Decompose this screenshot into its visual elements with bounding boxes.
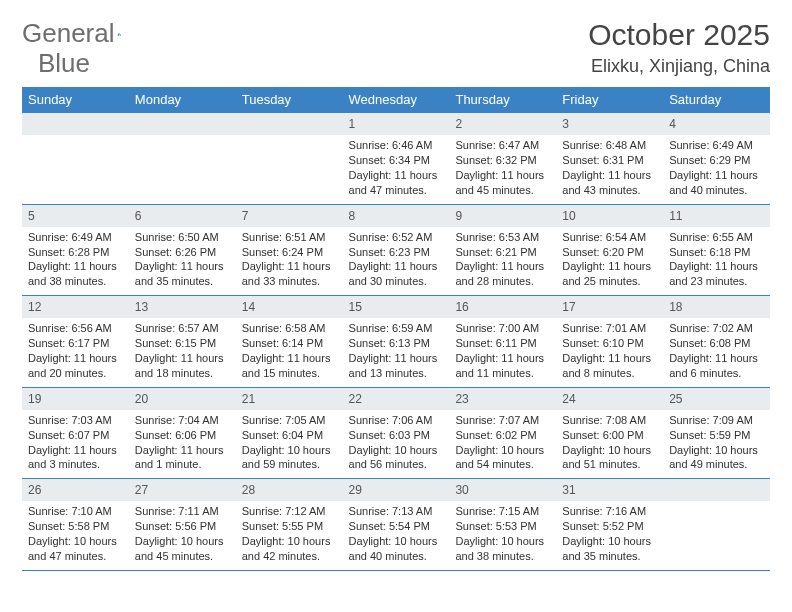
day-cell: 6Sunrise: 6:50 AMSunset: 6:26 PMDaylight… <box>129 205 236 296</box>
day-number: 2 <box>449 113 556 135</box>
day-number: 31 <box>556 479 663 501</box>
day-number: 14 <box>236 296 343 318</box>
daylight-text: Daylight: 11 hours and 28 minutes. <box>455 259 550 289</box>
sunrise-text: Sunrise: 6:49 AM <box>669 138 764 153</box>
weekday-thu: Thursday <box>449 87 556 112</box>
day-number <box>22 113 129 135</box>
daylight-text: Daylight: 10 hours and 42 minutes. <box>242 534 337 564</box>
sunset-text: Sunset: 6:03 PM <box>349 428 444 443</box>
sunset-text: Sunset: 6:04 PM <box>242 428 337 443</box>
day-cell: 7Sunrise: 6:51 AMSunset: 6:24 PMDaylight… <box>236 205 343 296</box>
sunset-text: Sunset: 5:53 PM <box>455 519 550 534</box>
sunset-text: Sunset: 6:06 PM <box>135 428 230 443</box>
logo: General <box>22 18 145 49</box>
day-cell: 8Sunrise: 6:52 AMSunset: 6:23 PMDaylight… <box>343 205 450 296</box>
daylight-text: Daylight: 11 hours and 45 minutes. <box>455 168 550 198</box>
day-body: Sunrise: 6:46 AMSunset: 6:34 PMDaylight:… <box>343 135 450 203</box>
sunrise-text: Sunrise: 7:09 AM <box>669 413 764 428</box>
sunset-text: Sunset: 6:14 PM <box>242 336 337 351</box>
sunrise-text: Sunrise: 7:12 AM <box>242 504 337 519</box>
day-body: Sunrise: 7:10 AMSunset: 5:58 PMDaylight:… <box>22 501 129 569</box>
daylight-text: Daylight: 11 hours and 8 minutes. <box>562 351 657 381</box>
day-body <box>236 135 343 144</box>
sunrise-text: Sunrise: 7:05 AM <box>242 413 337 428</box>
day-cell: 31Sunrise: 7:16 AMSunset: 5:52 PMDayligh… <box>556 479 663 570</box>
daylight-text: Daylight: 10 hours and 40 minutes. <box>349 534 444 564</box>
week-row: 12Sunrise: 6:56 AMSunset: 6:17 PMDayligh… <box>22 295 770 387</box>
day-body: Sunrise: 6:49 AMSunset: 6:29 PMDaylight:… <box>663 135 770 203</box>
sunrise-text: Sunrise: 6:48 AM <box>562 138 657 153</box>
day-cell: 27Sunrise: 7:11 AMSunset: 5:56 PMDayligh… <box>129 479 236 570</box>
week-row: 1Sunrise: 6:46 AMSunset: 6:34 PMDaylight… <box>22 112 770 204</box>
day-cell <box>22 113 129 204</box>
sunrise-text: Sunrise: 7:04 AM <box>135 413 230 428</box>
day-cell: 29Sunrise: 7:13 AMSunset: 5:54 PMDayligh… <box>343 479 450 570</box>
day-cell: 28Sunrise: 7:12 AMSunset: 5:55 PMDayligh… <box>236 479 343 570</box>
daylight-text: Daylight: 11 hours and 38 minutes. <box>28 259 123 289</box>
day-cell: 12Sunrise: 6:56 AMSunset: 6:17 PMDayligh… <box>22 296 129 387</box>
sunrise-text: Sunrise: 7:02 AM <box>669 321 764 336</box>
sunrise-text: Sunrise: 7:11 AM <box>135 504 230 519</box>
sunset-text: Sunset: 6:02 PM <box>455 428 550 443</box>
calendar: Sunday Monday Tuesday Wednesday Thursday… <box>22 87 770 571</box>
sunrise-text: Sunrise: 7:07 AM <box>455 413 550 428</box>
sunrise-text: Sunrise: 6:57 AM <box>135 321 230 336</box>
day-number: 6 <box>129 205 236 227</box>
week-row: 19Sunrise: 7:03 AMSunset: 6:07 PMDayligh… <box>22 387 770 479</box>
day-cell: 1Sunrise: 6:46 AMSunset: 6:34 PMDaylight… <box>343 113 450 204</box>
daylight-text: Daylight: 10 hours and 56 minutes. <box>349 443 444 473</box>
sunrise-text: Sunrise: 6:49 AM <box>28 230 123 245</box>
day-cell: 2Sunrise: 6:47 AMSunset: 6:32 PMDaylight… <box>449 113 556 204</box>
sunset-text: Sunset: 6:28 PM <box>28 245 123 260</box>
day-body: Sunrise: 7:16 AMSunset: 5:52 PMDaylight:… <box>556 501 663 569</box>
sunset-text: Sunset: 6:17 PM <box>28 336 123 351</box>
sunset-text: Sunset: 5:54 PM <box>349 519 444 534</box>
weekday-sat: Saturday <box>663 87 770 112</box>
day-number <box>236 113 343 135</box>
sunrise-text: Sunrise: 6:50 AM <box>135 230 230 245</box>
day-number: 16 <box>449 296 556 318</box>
sunrise-text: Sunrise: 6:46 AM <box>349 138 444 153</box>
day-body <box>22 135 129 144</box>
day-cell: 20Sunrise: 7:04 AMSunset: 6:06 PMDayligh… <box>129 388 236 479</box>
weekday-sun: Sunday <box>22 87 129 112</box>
day-number: 23 <box>449 388 556 410</box>
day-cell: 16Sunrise: 7:00 AMSunset: 6:11 PMDayligh… <box>449 296 556 387</box>
day-body: Sunrise: 7:02 AMSunset: 6:08 PMDaylight:… <box>663 318 770 386</box>
daylight-text: Daylight: 10 hours and 38 minutes. <box>455 534 550 564</box>
daylight-text: Daylight: 10 hours and 47 minutes. <box>28 534 123 564</box>
day-cell: 3Sunrise: 6:48 AMSunset: 6:31 PMDaylight… <box>556 113 663 204</box>
day-body <box>129 135 236 144</box>
day-number: 20 <box>129 388 236 410</box>
day-number: 26 <box>22 479 129 501</box>
svg-marker-1 <box>119 33 121 35</box>
day-cell: 10Sunrise: 6:54 AMSunset: 6:20 PMDayligh… <box>556 205 663 296</box>
sunrise-text: Sunrise: 6:51 AM <box>242 230 337 245</box>
sunrise-text: Sunrise: 6:59 AM <box>349 321 444 336</box>
sunrise-text: Sunrise: 6:47 AM <box>455 138 550 153</box>
sunrise-text: Sunrise: 6:53 AM <box>455 230 550 245</box>
day-body: Sunrise: 7:01 AMSunset: 6:10 PMDaylight:… <box>556 318 663 386</box>
day-number: 22 <box>343 388 450 410</box>
day-cell: 13Sunrise: 6:57 AMSunset: 6:15 PMDayligh… <box>129 296 236 387</box>
sunset-text: Sunset: 6:18 PM <box>669 245 764 260</box>
day-cell: 25Sunrise: 7:09 AMSunset: 5:59 PMDayligh… <box>663 388 770 479</box>
day-body: Sunrise: 7:00 AMSunset: 6:11 PMDaylight:… <box>449 318 556 386</box>
logo-text-blue: Blue <box>38 48 90 79</box>
day-body: Sunrise: 6:55 AMSunset: 6:18 PMDaylight:… <box>663 227 770 295</box>
day-body: Sunrise: 6:51 AMSunset: 6:24 PMDaylight:… <box>236 227 343 295</box>
day-body: Sunrise: 6:49 AMSunset: 6:28 PMDaylight:… <box>22 227 129 295</box>
daylight-text: Daylight: 10 hours and 49 minutes. <box>669 443 764 473</box>
day-body: Sunrise: 7:06 AMSunset: 6:03 PMDaylight:… <box>343 410 450 478</box>
day-number: 29 <box>343 479 450 501</box>
sunset-text: Sunset: 6:21 PM <box>455 245 550 260</box>
day-body: Sunrise: 6:52 AMSunset: 6:23 PMDaylight:… <box>343 227 450 295</box>
sunrise-text: Sunrise: 6:56 AM <box>28 321 123 336</box>
sunrise-text: Sunrise: 6:54 AM <box>562 230 657 245</box>
location: Elixku, Xinjiang, China <box>588 56 770 77</box>
daylight-text: Daylight: 11 hours and 6 minutes. <box>669 351 764 381</box>
day-number: 28 <box>236 479 343 501</box>
daylight-text: Daylight: 11 hours and 23 minutes. <box>669 259 764 289</box>
day-number <box>129 113 236 135</box>
day-number <box>663 479 770 501</box>
